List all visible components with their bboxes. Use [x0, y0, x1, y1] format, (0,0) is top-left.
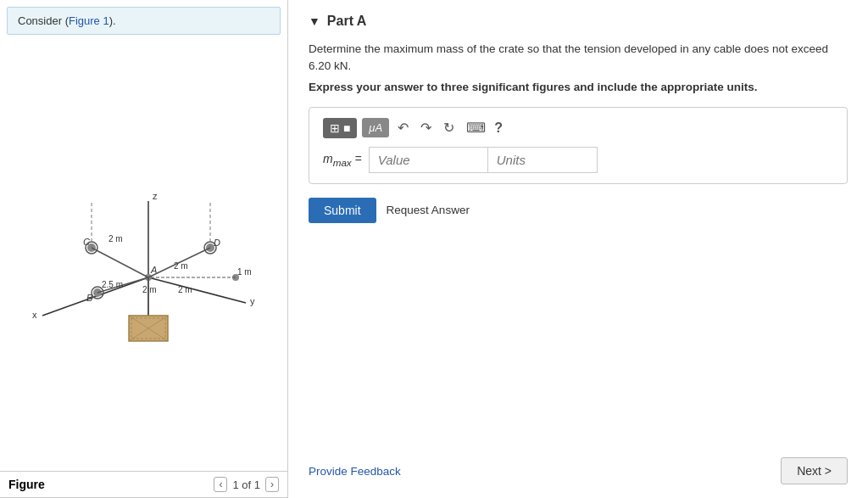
mu-label: μA — [369, 121, 382, 134]
bottom-row: Provide Feedback Next > — [309, 449, 848, 484]
undo-icon: ↶ — [398, 120, 409, 135]
left-panel: Consider (Figure 1). z y x A C — [0, 0, 288, 498]
redo-icon: ↷ — [420, 120, 431, 135]
answer-box: ⊞ ■ μA ↶ ↷ ↻ ⌨ ? mmax = — [309, 107, 848, 184]
input-row: mmax = — [323, 147, 833, 173]
figure-next-button[interactable]: › — [265, 477, 279, 492]
matrix-icon: ⊞ ■ — [330, 121, 350, 135]
svg-text:2 m: 2 m — [174, 261, 188, 271]
figure-page-indicator: 1 of 1 — [232, 478, 260, 491]
help-button[interactable]: ? — [494, 120, 503, 136]
submit-button[interactable]: Submit — [309, 198, 376, 223]
action-row: Submit Request Answer — [309, 198, 848, 223]
figure-prev-button[interactable]: ‹ — [214, 477, 227, 492]
figure-svg: z y x A C 2 m D — [8, 50, 279, 462]
redo-button[interactable]: ↷ — [417, 118, 435, 137]
svg-text:y: y — [250, 296, 255, 306]
units-input[interactable] — [487, 147, 598, 173]
problem-line1: Determine the maximum mass of the crate … — [309, 41, 848, 76]
problem-line2: Express your answer to three significant… — [309, 81, 848, 93]
svg-text:2 m: 2 m — [178, 285, 192, 294]
part-label: Part A — [327, 14, 367, 29]
figure-diagram: z y x A C 2 m D — [17, 167, 271, 345]
toolbar: ⊞ ■ μA ↶ ↷ ↻ ⌨ ? — [323, 118, 833, 138]
figure-link[interactable]: Figure 1 — [69, 14, 109, 27]
equation-label: mmax = — [323, 152, 362, 168]
figure-image-area: z y x A C 2 m D — [0, 42, 287, 471]
svg-text:x: x — [32, 310, 37, 320]
svg-text:2 m: 2 m — [108, 234, 123, 243]
svg-line-2 — [148, 277, 246, 303]
figure-nav: ‹ 1 of 1 › — [214, 477, 279, 492]
right-panel: ▼ Part A Determine the maximum mass of t… — [288, 0, 868, 498]
consider-text: Consider ( — [18, 14, 69, 27]
consider-suffix: ). — [109, 14, 116, 27]
svg-text:1 m: 1 m — [237, 267, 252, 277]
undo-button[interactable]: ↶ — [394, 118, 412, 137]
keyboard-button[interactable]: ⌨ — [463, 118, 489, 137]
matrix-button[interactable]: ⊞ ■ — [323, 118, 357, 138]
svg-text:2.5 m: 2.5 m — [102, 280, 123, 289]
part-collapse-icon[interactable]: ▼ — [309, 14, 320, 28]
svg-line-10 — [92, 248, 148, 277]
mu-button[interactable]: μA — [362, 118, 389, 137]
figure-header: Figure ‹ 1 of 1 › — [0, 471, 287, 498]
consider-box: Consider (Figure 1). — [7, 7, 281, 35]
next-button[interactable]: Next > — [781, 457, 848, 484]
help-icon: ? — [494, 120, 503, 135]
value-input[interactable] — [369, 147, 487, 173]
figure-title: Figure — [8, 478, 45, 491]
svg-text:2 m: 2 m — [142, 285, 157, 294]
svg-text:z: z — [153, 191, 158, 201]
part-header: ▼ Part A — [309, 14, 848, 29]
svg-line-4 — [42, 277, 148, 316]
refresh-icon: ↻ — [443, 120, 454, 135]
refresh-button[interactable]: ↻ — [440, 118, 458, 137]
request-answer-link[interactable]: Request Answer — [387, 204, 470, 216]
svg-text:D: D — [214, 238, 220, 248]
provide-feedback-link[interactable]: Provide Feedback — [309, 465, 401, 478]
keyboard-icon: ⌨ — [466, 120, 486, 135]
